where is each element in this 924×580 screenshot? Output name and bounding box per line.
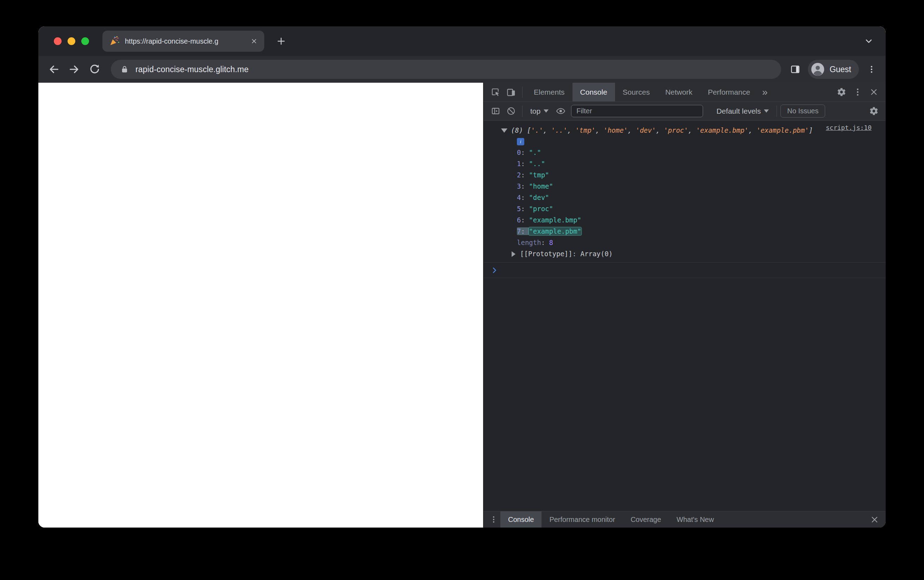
live-expression-button[interactable] xyxy=(553,104,568,119)
avatar-icon xyxy=(811,62,825,76)
array-length-row[interactable]: length: 8 xyxy=(483,237,886,248)
back-arrow-icon xyxy=(48,63,60,75)
info-icon: i xyxy=(517,138,524,145)
array-entry-row[interactable]: 0: "." xyxy=(483,147,886,158)
chevron-down-icon xyxy=(864,36,874,46)
drawer-close-button[interactable] xyxy=(866,512,882,527)
close-icon xyxy=(869,87,879,97)
drawer-tab-console[interactable]: Console xyxy=(500,511,541,527)
kebab-menu-icon xyxy=(490,515,498,524)
url-text: rapid-concise-muscle.glitch.me xyxy=(135,65,249,74)
devtools-panel: Elements Console Sources Network Perform… xyxy=(483,83,886,527)
profile-name: Guest xyxy=(830,65,851,74)
separator xyxy=(522,87,523,98)
close-window-button[interactable] xyxy=(54,37,62,45)
execution-context-selector[interactable]: top xyxy=(526,107,553,115)
kebab-menu-icon xyxy=(867,65,876,74)
tab-console[interactable]: Console xyxy=(572,83,615,101)
clear-console-icon xyxy=(506,106,516,116)
collapse-triangle-icon[interactable] xyxy=(501,129,507,133)
drawer-tab-whats-new[interactable]: What's New xyxy=(669,511,722,527)
tab-title-wrap: https://rapid-concise-muscle.g xyxy=(125,36,248,46)
prototype-row[interactable]: [[Prototype]]: Array(0) xyxy=(483,248,886,259)
drawer-tab-performance-monitor[interactable]: Performance monitor xyxy=(541,511,623,527)
tab-performance[interactable]: Performance xyxy=(700,83,758,101)
gear-icon xyxy=(837,87,846,97)
separator xyxy=(776,105,777,117)
inspect-element-button[interactable] xyxy=(488,84,503,100)
array-entry-row[interactable]: 3: "home" xyxy=(483,181,886,192)
tab-title: https://rapid-concise-muscle.g xyxy=(125,36,248,46)
array-entry-row[interactable]: 5: "proc" xyxy=(483,203,886,214)
back-button[interactable] xyxy=(45,60,63,79)
reload-icon xyxy=(89,63,100,75)
prompt-chevron-icon xyxy=(490,267,498,274)
new-tab-button[interactable] xyxy=(273,33,289,49)
browser-menu-button[interactable] xyxy=(864,62,879,77)
tab-search-chevron-button[interactable] xyxy=(861,33,876,49)
drawer-menu-button[interactable] xyxy=(487,513,500,526)
browser-window: https://rapid-concise-muscle.g rapid-con… xyxy=(38,26,886,527)
more-tabs-chevron[interactable]: » xyxy=(758,83,772,101)
kebab-menu-icon xyxy=(853,87,862,97)
gear-icon xyxy=(869,106,879,116)
device-toolbar-button[interactable] xyxy=(503,84,519,100)
console-toolbar: top Default levels No Issues xyxy=(483,102,886,121)
tab-close-icon[interactable] xyxy=(248,35,260,47)
close-icon xyxy=(870,515,879,524)
chevron-down-icon xyxy=(764,109,769,113)
levels-label: Default levels xyxy=(717,107,761,115)
eye-icon xyxy=(556,106,566,116)
array-entry-row[interactable]: 2: "tmp" xyxy=(483,169,886,181)
devtools-close-button[interactable] xyxy=(866,84,881,100)
tab-network[interactable]: Network xyxy=(658,83,700,101)
window-controls xyxy=(38,37,102,45)
profile-chip[interactable]: Guest xyxy=(808,60,859,79)
tab-elements[interactable]: Elements xyxy=(526,83,572,101)
console-filter-input[interactable] xyxy=(571,105,703,117)
browser-tab[interactable]: https://rapid-concise-muscle.g xyxy=(102,31,264,52)
tab-strip: https://rapid-concise-muscle.g xyxy=(38,26,886,56)
reload-button[interactable] xyxy=(85,60,104,79)
side-panel-button[interactable] xyxy=(786,60,804,79)
console-settings-button[interactable] xyxy=(866,104,881,119)
minimize-window-button[interactable] xyxy=(67,37,75,45)
forward-button[interactable] xyxy=(65,60,84,79)
inspect-icon xyxy=(491,87,500,97)
console-sidebar-button[interactable] xyxy=(488,104,503,119)
array-entry-row[interactable]: 1: ".." xyxy=(483,158,886,169)
tab-sources[interactable]: Sources xyxy=(615,83,658,101)
issues-counter[interactable]: No Issues xyxy=(781,104,825,117)
console-output[interactable]: script.js:10 (8) ['.', '..', 'tmp', 'hom… xyxy=(483,121,886,511)
expand-triangle-icon[interactable] xyxy=(511,251,515,257)
chevron-down-icon xyxy=(544,109,549,113)
page-viewport xyxy=(38,83,483,527)
plus-icon xyxy=(276,36,286,46)
devtools-settings-button[interactable] xyxy=(834,84,849,100)
array-entry-row[interactable]: 4: "dev" xyxy=(483,192,886,203)
console-prompt[interactable] xyxy=(483,262,886,278)
devtools-menu-button[interactable] xyxy=(850,84,865,100)
clear-console-button[interactable] xyxy=(503,104,519,119)
fullscreen-window-button[interactable] xyxy=(81,37,89,45)
array-entry-row[interactable]: 6: "example.bmp" xyxy=(483,214,886,226)
info-line: i xyxy=(483,136,886,147)
party-popper-icon xyxy=(109,36,120,47)
address-bar[interactable]: rapid-concise-muscle.glitch.me xyxy=(111,60,781,79)
content-area: Elements Console Sources Network Perform… xyxy=(38,83,886,527)
side-panel-icon xyxy=(790,64,801,75)
device-toolbar-icon xyxy=(506,87,516,97)
forward-arrow-icon xyxy=(68,63,80,75)
devtools-toolbar: Elements Console Sources Network Perform… xyxy=(483,83,886,102)
devtools-drawer: Console Performance monitor Coverage Wha… xyxy=(483,511,886,527)
console-sidebar-icon xyxy=(491,106,500,116)
separator xyxy=(522,105,523,117)
array-preview-line[interactable]: (8) ['.', '..', 'tmp', 'home', 'dev', 'p… xyxy=(483,124,886,136)
console-log-entry: script.js:10 (8) ['.', '..', 'tmp', 'hom… xyxy=(483,121,886,262)
lock-icon[interactable] xyxy=(120,65,129,74)
drawer-tab-coverage[interactable]: Coverage xyxy=(623,511,669,527)
array-entry-row-highlighted[interactable]: 7: "example.pbm" xyxy=(483,226,886,237)
browser-toolbar: rapid-concise-muscle.glitch.me Guest xyxy=(38,56,886,83)
context-label: top xyxy=(530,107,541,115)
log-levels-selector[interactable]: Default levels xyxy=(712,107,773,115)
